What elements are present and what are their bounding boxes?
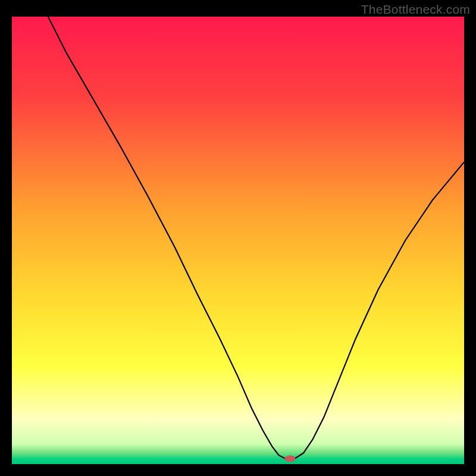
- optimal-point-marker: [284, 455, 295, 462]
- watermark-text: TheBottleneck.com: [361, 2, 470, 17]
- plot-area: [12, 17, 464, 464]
- chart-container: TheBottleneck.com: [0, 0, 476, 476]
- gradient-background: [12, 17, 464, 464]
- chart-svg: [12, 17, 464, 464]
